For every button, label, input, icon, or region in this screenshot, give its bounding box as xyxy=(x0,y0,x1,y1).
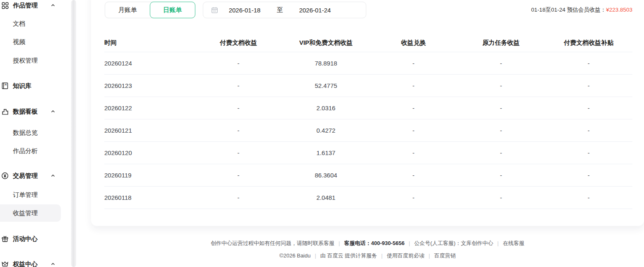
table-row[interactable]: 20260118 - 2.0481 - - - xyxy=(104,187,632,209)
footer-legal-line: ©2026 Baidu|由 百度云 提供计算服务|使用百度前必读|百度营销 xyxy=(91,252,644,260)
date-range-separator: 至 xyxy=(271,6,288,14)
footer-help-text: 创作中心运营过程中如有任何问题，请随时联系客服 xyxy=(211,240,334,246)
header-paid-doc-subsidy: 付费文档收益补贴 xyxy=(545,39,632,47)
estimated-earnings-summary: 01-18至01-24 预估会员收益：¥223.8503 xyxy=(531,6,632,14)
table-row[interactable]: 20260119 - 86.3604 - - - xyxy=(104,164,632,187)
svg-text:AI: AI xyxy=(5,83,7,86)
tab-monthly-bill[interactable]: 月账单 xyxy=(105,2,150,18)
footer-wechat-account: 公众号(人工客服)：文库创作中心 xyxy=(414,240,493,246)
earnings-management-page: 作品管理 文档 视频 授权管理 AI 知识库 xyxy=(0,0,644,267)
footer-must-read-link[interactable]: 使用百度前必读 xyxy=(387,252,424,259)
crown-icon xyxy=(1,260,9,267)
header-earnings-exchange: 收益兑换 xyxy=(370,39,457,47)
sidebar-item-label: 作品管理 xyxy=(13,2,38,10)
estimated-earnings-value: ¥223.8503 xyxy=(606,7,632,13)
tab-daily-bill[interactable]: 日账单 xyxy=(150,2,196,18)
table-row[interactable]: 20260121 - 0.4272 - - - xyxy=(104,119,632,142)
date-range-picker[interactable]: 2026-01-18 至 2026-01-24 xyxy=(203,2,366,18)
header-time: 时间 xyxy=(104,39,195,47)
footer-copyright: ©2026 Baidu xyxy=(279,252,310,259)
grid-icon xyxy=(1,1,9,10)
calendar-icon xyxy=(211,7,218,14)
header-paid-doc-earnings: 付费文档收益 xyxy=(195,39,282,47)
footer-support-line: 创作中心运营过程中如有任何问题，请随时联系客服|客服电话：400-930-565… xyxy=(91,240,644,247)
filter-bar: 月账单 日账单 2026-01-18 至 2026-01-24 xyxy=(104,2,632,18)
bar-chart-icon xyxy=(1,107,9,116)
earnings-panel: 月账单 日账单 2026-01-18 至 2026-01-24 xyxy=(91,0,644,226)
table-row[interactable]: 20260123 - 52.4775 - - - xyxy=(104,75,632,97)
end-date-value[interactable]: 2026-01-24 xyxy=(288,7,341,14)
footer-phone: 客服电话：400-930-5656 xyxy=(344,240,404,246)
sidebar-scrollbar[interactable] xyxy=(71,0,76,267)
knowledge-base-icon: AI xyxy=(1,82,9,90)
chevron-up-icon[interactable] xyxy=(50,109,56,114)
table-header-row: 时间 付费文档收益 VIP和免费文档收益 收益兑换 原力任务收益 付费文档收益补… xyxy=(104,34,632,52)
header-vip-free-doc-earnings: VIP和免费文档收益 xyxy=(282,39,370,47)
start-date-value[interactable]: 2026-01-18 xyxy=(218,7,271,14)
table-row[interactable]: 20260122 - 2.0316 - - - xyxy=(104,97,632,119)
earnings-table: 时间 付费文档收益 VIP和免费文档收益 收益兑换 原力任务收益 付费文档收益补… xyxy=(104,34,632,209)
footer-marketing-link[interactable]: 百度营销 xyxy=(434,252,456,259)
table-row[interactable]: 20260120 - 1.6137 - - - xyxy=(104,142,632,164)
yen-circle-icon xyxy=(1,172,9,180)
chevron-up-icon[interactable] xyxy=(50,261,56,267)
footer-baidu-cloud-link[interactable]: 由 百度云 提供计算服务 xyxy=(320,252,377,259)
table-row[interactable]: 20260124 - 78.8918 - - - xyxy=(104,52,632,75)
sidebar: 作品管理 文档 视频 授权管理 AI 知识库 xyxy=(0,0,71,267)
chevron-up-icon[interactable] xyxy=(50,173,56,179)
gift-icon xyxy=(1,235,9,243)
header-force-task-earnings: 原力任务收益 xyxy=(457,39,545,47)
estimated-earnings-label: 01-18至01-24 预估会员收益： xyxy=(531,7,606,13)
footer-online-support-link[interactable]: 在线客服 xyxy=(503,240,524,246)
bill-type-segmented-control: 月账单 日账单 xyxy=(105,2,195,18)
chevron-up-icon[interactable] xyxy=(50,2,56,8)
